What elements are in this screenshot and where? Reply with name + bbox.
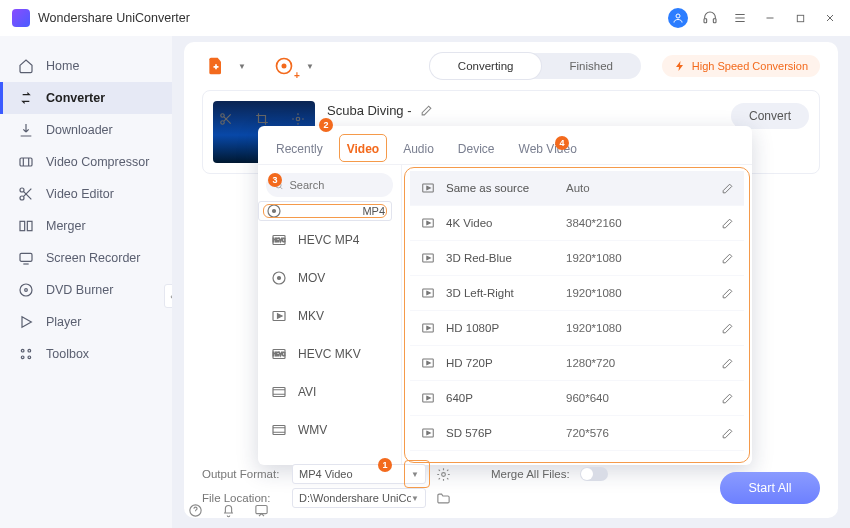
sidebar-item-downloader[interactable]: Downloader	[0, 114, 172, 146]
tab-audio[interactable]: Audio	[401, 136, 436, 164]
play-rect-icon	[420, 390, 436, 406]
preset-resolution: 3840*2160	[566, 217, 656, 229]
sidebar-item-label: Video Editor	[46, 187, 114, 201]
sidebar-item-home[interactable]: Home	[0, 50, 172, 82]
compress-icon	[18, 154, 34, 170]
edit-preset-icon[interactable]	[721, 357, 734, 370]
preset-resolution: 960*640	[566, 392, 656, 404]
format-avi[interactable]: AVI	[258, 373, 401, 411]
sidebar-item-dvd-burner[interactable]: DVD Burner	[0, 274, 172, 306]
preset-row[interactable]: HD 1080P1920*1080	[410, 311, 744, 346]
svg-marker-38	[427, 221, 431, 225]
format-mov[interactable]: MOV	[258, 259, 401, 297]
file-location-select[interactable]: D:\Wondershare UniConverter ▼	[292, 488, 426, 508]
high-speed-conversion[interactable]: High Speed Conversion	[662, 55, 820, 77]
format-search[interactable]	[266, 173, 393, 197]
format-hevc-mkv[interactable]: HEVCHEVC MKV	[258, 335, 401, 373]
sidebar-item-screen-recorder[interactable]: Screen Recorder	[0, 242, 172, 274]
preset-name: 4K Video	[446, 217, 566, 229]
svg-rect-1	[704, 19, 707, 23]
close-icon[interactable]	[822, 10, 838, 26]
segment-finished[interactable]: Finished	[541, 53, 640, 79]
preset-resolution: 1920*1080	[566, 252, 656, 264]
preset-row[interactable]: 640P960*640	[410, 381, 744, 416]
svg-marker-50	[427, 431, 431, 435]
menu-icon[interactable]	[732, 10, 748, 26]
tab-device[interactable]: Device	[456, 136, 497, 164]
svg-rect-9	[20, 253, 32, 261]
headset-icon[interactable]	[702, 10, 718, 26]
edit-preset-icon[interactable]	[721, 322, 734, 335]
sidebar-item-converter[interactable]: Converter	[0, 82, 172, 114]
preset-name: 640P	[446, 392, 566, 404]
svg-point-21	[296, 117, 300, 121]
svg-rect-33	[273, 388, 285, 397]
editor-icon	[18, 186, 34, 202]
sidebar-item-video-compressor[interactable]: Video Compressor	[0, 146, 172, 178]
user-avatar[interactable]	[668, 8, 688, 28]
minimize-icon[interactable]	[762, 10, 778, 26]
edit-preset-icon[interactable]	[721, 252, 734, 265]
chevron-down-icon[interactable]: ▼	[306, 62, 314, 71]
preset-row[interactable]: SD 576P720*576	[410, 416, 744, 451]
svg-rect-3	[797, 15, 803, 21]
edit-preset-icon[interactable]	[721, 392, 734, 405]
edit-title-icon[interactable]	[420, 104, 433, 117]
add-file-button[interactable]	[202, 53, 230, 79]
preset-row[interactable]: Same as sourceAuto	[410, 171, 744, 206]
sidebar-item-video-editor[interactable]: Video Editor	[0, 178, 172, 210]
edit-preset-icon[interactable]	[721, 427, 734, 440]
sidebar-item-label: DVD Burner	[46, 283, 113, 297]
preset-row[interactable]: 3D Left-Right1920*1080	[410, 276, 744, 311]
svg-point-6	[20, 196, 24, 200]
segment-converting[interactable]: Converting	[430, 53, 542, 79]
tab-recently[interactable]: Recently	[274, 136, 325, 164]
chevron-down-icon[interactable]: ▼	[238, 62, 246, 71]
svg-marker-46	[427, 361, 431, 365]
edit-preset-icon[interactable]	[721, 217, 734, 230]
svg-point-10	[20, 284, 32, 296]
maximize-icon[interactable]	[792, 10, 808, 26]
edit-preset-icon[interactable]	[721, 182, 734, 195]
svg-point-15	[21, 356, 24, 359]
format-mp4[interactable]: MP4	[258, 201, 392, 221]
merge-toggle[interactable]	[580, 467, 608, 481]
edit-preset-icon[interactable]	[721, 287, 734, 300]
play-rect-icon	[420, 215, 436, 231]
preset-resolution: 720*576	[566, 427, 656, 439]
format-icon	[265, 202, 283, 220]
svg-point-28	[278, 277, 281, 280]
format-mkv[interactable]: MKV	[258, 297, 401, 335]
app-title: Wondershare UniConverter	[38, 11, 668, 25]
format-hevc-mp4[interactable]: HEVCHEVC MP4	[258, 221, 401, 259]
play-rect-icon	[420, 425, 436, 441]
feedback-icon[interactable]	[254, 503, 269, 518]
svg-point-24	[273, 210, 276, 213]
sidebar-item-player[interactable]: Player	[0, 306, 172, 338]
sidebar-item-merger[interactable]: Merger	[0, 210, 172, 242]
merge-label: Merge All Files:	[491, 468, 570, 480]
bell-icon[interactable]	[221, 503, 236, 518]
search-input[interactable]	[289, 179, 385, 191]
sidebar: HomeConverterDownloaderVideo CompressorV…	[0, 36, 172, 528]
folder-icon[interactable]	[436, 491, 451, 506]
play-rect-icon	[420, 285, 436, 301]
settings-icon[interactable]	[436, 467, 451, 482]
preset-row[interactable]: 3D Red-Blue1920*1080	[410, 241, 744, 276]
preset-resolution: Auto	[566, 182, 656, 194]
format-wmv[interactable]: WMV	[258, 411, 401, 449]
add-dvd-button[interactable]: +	[270, 53, 298, 79]
format-label: MKV	[298, 309, 324, 323]
tab-video[interactable]: Video	[345, 136, 381, 164]
start-all-button[interactable]: Start All	[720, 472, 820, 504]
svg-point-18	[282, 64, 285, 67]
trim-icon[interactable]	[217, 110, 235, 128]
preset-row[interactable]: 4K Video3840*2160	[410, 206, 744, 241]
preset-row[interactable]: HD 720P1280*720	[410, 346, 744, 381]
tab-web-video[interactable]: Web Video	[517, 136, 579, 164]
play-rect-icon	[420, 320, 436, 336]
chevron-down-icon[interactable]: ▼	[411, 470, 419, 479]
output-format-select[interactable]: MP4 Video ▼	[292, 464, 426, 484]
help-icon[interactable]	[188, 503, 203, 518]
sidebar-item-toolbox[interactable]: Toolbox	[0, 338, 172, 370]
